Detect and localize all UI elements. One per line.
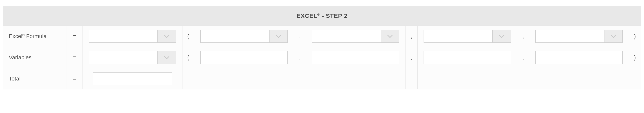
empty-cell bbox=[306, 68, 406, 89]
chevron-down-icon bbox=[275, 33, 282, 40]
chevron-down-icon bbox=[498, 33, 505, 40]
comma-separator: , bbox=[406, 26, 418, 47]
chevron-down-icon bbox=[163, 33, 170, 40]
registered-mark: ® bbox=[22, 33, 24, 37]
formula-function-dropdown-button[interactable] bbox=[158, 30, 176, 42]
formula-arg2-combo bbox=[312, 30, 399, 43]
variables-function-dropdown-button[interactable] bbox=[158, 51, 176, 64]
empty-cell bbox=[194, 68, 294, 89]
close-paren: ) bbox=[629, 47, 641, 68]
formula-label-suffix: Formula bbox=[25, 33, 46, 39]
comma-separator: , bbox=[294, 47, 306, 68]
panel-title: EXCEL® - STEP 2 bbox=[3, 12, 641, 19]
equals-sign: = bbox=[67, 68, 83, 89]
empty-cell bbox=[294, 68, 306, 89]
title-suffix: - STEP 2 bbox=[320, 12, 348, 19]
empty-cell bbox=[629, 68, 641, 89]
panel-header: EXCEL® - STEP 2 bbox=[3, 6, 641, 26]
equals-sign: = bbox=[67, 26, 83, 47]
empty-cell bbox=[418, 68, 518, 89]
total-value-input[interactable] bbox=[92, 72, 172, 85]
comma-separator: , bbox=[517, 47, 529, 68]
variables-arg2-input[interactable] bbox=[312, 51, 399, 64]
equals-sign: = bbox=[67, 47, 83, 68]
comma-separator: , bbox=[294, 26, 306, 47]
variables-function-combo bbox=[89, 51, 176, 64]
empty-cell bbox=[517, 68, 529, 89]
formula-function-input[interactable] bbox=[89, 30, 158, 42]
formula-arg3-combo bbox=[424, 30, 511, 43]
formula-arg1-combo bbox=[200, 30, 288, 43]
empty-cell bbox=[182, 68, 194, 89]
registered-mark: ® bbox=[318, 13, 320, 16]
formula-arg1-input[interactable] bbox=[201, 30, 269, 42]
variables-arg3-input[interactable] bbox=[424, 51, 511, 64]
close-paren: ) bbox=[629, 26, 641, 47]
total-row: Total = bbox=[3, 68, 641, 89]
formula-arg4-combo bbox=[535, 30, 623, 43]
total-row-label: Total bbox=[3, 68, 67, 89]
empty-cell bbox=[529, 68, 629, 89]
formula-arg3-input[interactable] bbox=[424, 30, 492, 42]
formula-row: Excel® Formula = ( , bbox=[3, 26, 641, 47]
open-paren: ( bbox=[182, 26, 194, 47]
variables-arg4-input[interactable] bbox=[535, 51, 623, 64]
formula-row-label: Excel® Formula bbox=[3, 26, 67, 47]
title-prefix: EXCEL bbox=[296, 12, 318, 19]
chevron-down-icon bbox=[610, 33, 617, 40]
formula-arg1-dropdown-button[interactable] bbox=[269, 30, 288, 42]
formula-arg3-dropdown-button[interactable] bbox=[492, 30, 511, 42]
variables-row-label: Variables bbox=[3, 47, 67, 68]
formula-arg2-input[interactable] bbox=[312, 30, 381, 42]
comma-separator: , bbox=[406, 47, 418, 68]
chevron-down-icon bbox=[163, 54, 170, 61]
open-paren: ( bbox=[182, 47, 194, 68]
variables-function-input[interactable] bbox=[89, 51, 158, 64]
formula-arg2-dropdown-button[interactable] bbox=[381, 30, 399, 42]
variables-arg1-input[interactable] bbox=[200, 51, 288, 64]
formula-arg4-input[interactable] bbox=[536, 30, 604, 42]
chevron-down-icon bbox=[386, 33, 394, 40]
comma-separator: , bbox=[517, 26, 529, 47]
formula-label-prefix: Excel bbox=[9, 33, 22, 39]
empty-cell bbox=[406, 68, 418, 89]
formula-arg4-dropdown-button[interactable] bbox=[604, 30, 622, 42]
excel-step2-panel: EXCEL® - STEP 2 Excel® Formula = ( bbox=[3, 6, 641, 89]
variables-row: Variables = ( , , , ) bbox=[3, 47, 641, 68]
formula-function-combo bbox=[89, 30, 176, 43]
